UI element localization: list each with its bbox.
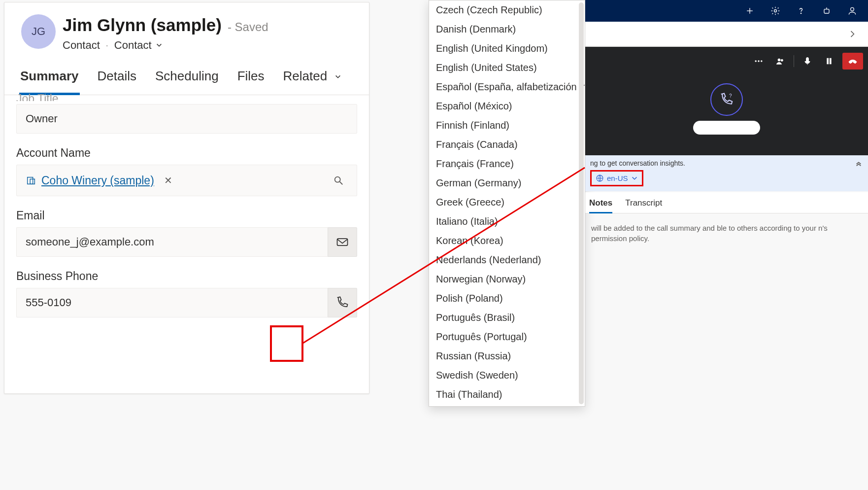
plus-icon: [745, 6, 755, 16]
language-selector[interactable]: en-US: [590, 170, 643, 186]
tab-scheduling[interactable]: Scheduling: [154, 64, 220, 95]
people-icon: [775, 56, 785, 66]
chevron-down-icon: [156, 42, 163, 49]
call-phone-button[interactable]: [328, 288, 357, 317]
svg-text:?: ?: [729, 93, 732, 99]
chevron-double-up-icon: [855, 160, 862, 167]
email-input[interactable]: someone_j@example.com: [16, 227, 328, 257]
language-option[interactable]: Español (México): [429, 97, 585, 116]
mic-icon: [802, 56, 812, 66]
svg-point-10: [851, 7, 854, 11]
notes-hint: will be added to the call summary and bl…: [585, 212, 868, 254]
participants-button[interactable]: [772, 53, 789, 70]
svg-rect-1: [30, 179, 34, 184]
chevron-right-icon: [847, 29, 857, 39]
language-option[interactable]: Polish (Poland): [429, 289, 585, 308]
record-tabs: Summary Details Scheduling Files Related: [4, 56, 369, 95]
separator-dot: ·: [106, 40, 108, 51]
bot-icon: [822, 6, 832, 16]
phone-icon: [335, 296, 349, 310]
account-link[interactable]: Coho Winery (sample): [41, 174, 154, 187]
language-option[interactable]: Turkish (Turkey): [429, 404, 585, 407]
tab-files[interactable]: Files: [236, 64, 266, 95]
mail-icon: [335, 235, 349, 249]
language-option[interactable]: Nederlands (Nederland): [429, 250, 585, 270]
clear-lookup-button[interactable]: ✕: [164, 175, 172, 186]
language-option[interactable]: Russian (Russia): [429, 347, 585, 366]
globe-icon: [596, 174, 604, 182]
svg-point-7: [774, 10, 777, 12]
svg-rect-17: [827, 58, 829, 64]
language-dropdown[interactable]: Czech (Czech Republic)Danish (Denmark)En…: [429, 0, 585, 407]
tab-details[interactable]: Details: [97, 64, 137, 95]
profile-button[interactable]: [841, 0, 863, 22]
call-panel: ?: [585, 47, 868, 155]
entity-form-dropdown[interactable]: Contact: [114, 39, 163, 52]
language-options: Czech (Czech Republic)Danish (Denmark)En…: [429, 0, 585, 407]
language-option[interactable]: Czech (Czech Republic): [429, 0, 585, 20]
email-label: Email: [16, 209, 357, 222]
search-icon: [333, 175, 344, 186]
contact-name: Jim Glynn (sample): [63, 15, 222, 35]
divider: [794, 55, 794, 67]
settings-button[interactable]: [765, 0, 786, 22]
language-option[interactable]: Korean (Korea): [429, 231, 585, 250]
svg-line-3: [340, 182, 343, 185]
language-option[interactable]: Français (France): [429, 154, 585, 174]
hold-button[interactable]: [821, 53, 837, 70]
language-option[interactable]: German (Germany): [429, 174, 585, 193]
language-option[interactable]: Swedish (Sweden): [429, 366, 585, 385]
svg-rect-4: [337, 239, 348, 245]
collapse-insight-button[interactable]: [854, 160, 863, 167]
language-option[interactable]: Norwegian (Norway): [429, 270, 585, 289]
tab-related-label: Related: [283, 69, 328, 83]
assist-button[interactable]: [816, 0, 837, 22]
chevron-down-icon: [334, 73, 341, 80]
svg-point-13: [761, 61, 763, 62]
language-code: en-US: [607, 174, 628, 182]
language-option[interactable]: Español (España, alfabetización internac…: [429, 77, 585, 97]
tab-summary[interactable]: Summary: [19, 64, 80, 95]
language-option[interactable]: English (United Kingdom): [429, 39, 585, 58]
call-avatar: ?: [710, 83, 743, 116]
more-button[interactable]: [750, 53, 767, 70]
language-option[interactable]: Italiano (Italia): [429, 212, 585, 231]
business-phone-input[interactable]: 555-0109: [16, 288, 328, 317]
add-button[interactable]: [739, 0, 761, 22]
job-title-label-truncated: Job Title: [16, 92, 357, 101]
account-entity-icon: [26, 175, 36, 186]
language-option[interactable]: Português (Brasil): [429, 308, 585, 327]
lookup-search-button[interactable]: [327, 170, 350, 191]
saved-indicator: - Saved: [228, 20, 268, 34]
tab-related[interactable]: Related: [282, 64, 343, 95]
insight-bar: ng to get conversation insights. en-US: [585, 155, 868, 191]
title-block: Jim Glynn (sample) - Saved Contact · Con…: [63, 14, 355, 52]
mute-button[interactable]: [799, 53, 816, 70]
send-email-button[interactable]: [328, 227, 357, 257]
language-option[interactable]: Greek (Greece): [429, 193, 585, 212]
language-option[interactable]: Danish (Denmark): [429, 20, 585, 39]
scrollbar[interactable]: [579, 2, 584, 404]
language-option[interactable]: Français (Canada): [429, 135, 585, 154]
job-title-input[interactable]: Owner: [16, 104, 357, 134]
hangup-button[interactable]: [842, 53, 863, 70]
help-button[interactable]: [790, 0, 812, 22]
svg-point-15: [781, 59, 783, 61]
gear-icon: [770, 6, 780, 16]
account-name-lookup[interactable]: Coho Winery (sample) ✕: [16, 165, 357, 196]
tab-notes[interactable]: Notes: [589, 196, 612, 213]
language-option[interactable]: Finnish (Finland): [429, 116, 585, 135]
account-lookup-pill[interactable]: Coho Winery (sample) ✕: [24, 172, 174, 189]
language-option[interactable]: English (United States): [429, 58, 585, 77]
question-icon: [796, 6, 806, 16]
hangup-icon: [848, 56, 858, 66]
chevron-down-icon: [631, 175, 638, 182]
pause-icon: [824, 56, 834, 66]
svg-point-11: [755, 61, 757, 62]
language-option[interactable]: Português (Portugal): [429, 327, 585, 347]
language-option[interactable]: Thai (Thailand): [429, 385, 585, 404]
sub-bar: [585, 22, 868, 46]
tab-transcript[interactable]: Transcript: [625, 196, 662, 213]
caller-name-redacted: [693, 121, 760, 135]
expand-panel-button[interactable]: [841, 23, 863, 45]
